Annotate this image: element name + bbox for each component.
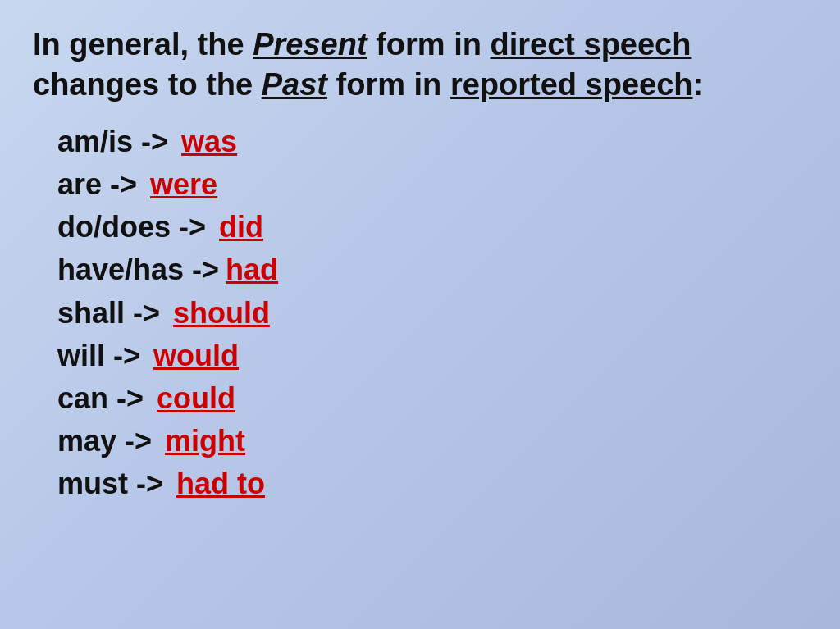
rule-answer-4: should <box>173 292 270 335</box>
intro-text-form-in: form in <box>368 27 491 62</box>
intro-text-changes: changes to the <box>33 67 262 102</box>
intro-colon: : <box>693 67 704 102</box>
rule-label-0: am/is -> <box>57 121 168 163</box>
intro-text-form-in-2: form in <box>327 67 450 102</box>
rule-label-6: can -> <box>57 377 144 420</box>
rule-row-0: am/is ->was <box>57 121 807 163</box>
rule-answer-3: had <box>226 248 278 291</box>
intro-present-word: Present <box>253 27 367 62</box>
rule-label-2: do/does -> <box>57 206 206 248</box>
intro-reported-speech: reported speech <box>450 67 693 102</box>
rule-label-5: will -> <box>57 335 140 377</box>
rule-row-2: do/does ->did <box>57 206 807 248</box>
rule-label-3: have/has -> <box>57 248 219 291</box>
rule-label-7: may -> <box>57 420 152 463</box>
rule-row-8: must ->had to <box>57 463 807 505</box>
rule-label-4: shall -> <box>57 292 160 335</box>
rule-row-6: can ->could <box>57 377 807 420</box>
rule-row-5: will ->would <box>57 335 807 377</box>
rule-row-4: shall ->should <box>57 292 807 335</box>
rule-answer-1: were <box>150 163 217 206</box>
rule-answer-8: had to <box>176 463 265 505</box>
rule-row-7: may ->might <box>57 420 807 463</box>
rule-answer-6: could <box>157 377 235 420</box>
intro-past-word: Past <box>262 67 327 102</box>
rule-answer-7: might <box>165 420 245 463</box>
rule-label-8: must -> <box>57 463 163 505</box>
rule-answer-0: was <box>181 121 237 163</box>
intro-direct-speech: direct speech <box>490 27 691 62</box>
intro-text-before-present: In general, the <box>33 27 253 62</box>
rule-row-1: are ->were <box>57 163 807 206</box>
slide: In general, the Present form in direct s… <box>0 0 840 629</box>
rules-list: am/is ->wasare ->weredo/does ->didhave/h… <box>33 121 807 506</box>
rule-answer-5: would <box>153 335 239 377</box>
rule-answer-2: did <box>219 206 263 248</box>
rule-row-3: have/has ->had <box>57 248 807 291</box>
intro-paragraph: In general, the Present form in direct s… <box>33 25 807 106</box>
rule-label-1: are -> <box>57 163 137 206</box>
